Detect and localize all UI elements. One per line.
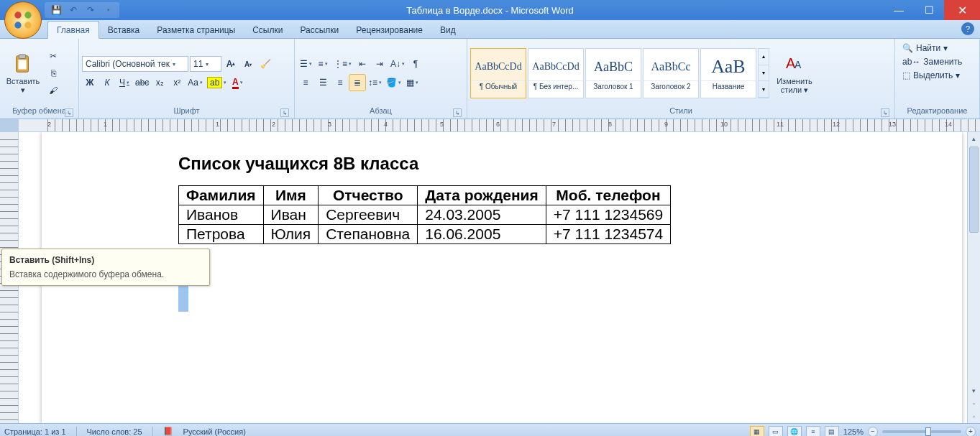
shrink-font-icon[interactable]: A▾ bbox=[240, 56, 256, 72]
prev-page-icon[interactable]: ◦ bbox=[968, 397, 980, 410]
underline-button[interactable]: Ч bbox=[116, 75, 132, 91]
minimize-button[interactable]: — bbox=[884, 0, 914, 20]
scroll-down-icon[interactable]: ▾ bbox=[968, 384, 980, 397]
table-cell: Петрова bbox=[179, 225, 264, 244]
view-outline-icon[interactable]: ≡ bbox=[806, 426, 820, 437]
show-marks-icon[interactable]: ¶ bbox=[408, 56, 423, 72]
help-icon[interactable]: ? bbox=[961, 22, 974, 35]
tab-mailings[interactable]: Рассылки bbox=[291, 22, 347, 38]
subscript-button[interactable]: x₂ bbox=[152, 75, 168, 91]
clipboard-launcher-icon[interactable]: ↳ bbox=[65, 108, 73, 117]
multilevel-list-icon[interactable]: ⋮≡ bbox=[332, 56, 353, 72]
tab-references[interactable]: Ссылки bbox=[244, 22, 291, 38]
style-expand-icon[interactable]: ▾ bbox=[759, 81, 769, 98]
cut-icon[interactable]: ✂ bbox=[45, 48, 61, 64]
status-word-count[interactable]: Число слов: 25 bbox=[87, 427, 142, 436]
paste-button[interactable]: Вставить ▾ bbox=[3, 41, 43, 106]
bullets-icon[interactable]: ☰ bbox=[298, 56, 313, 72]
svg-rect-6 bbox=[18, 60, 26, 69]
style-no-spacing[interactable]: AaBbCcDd¶ Без интер... bbox=[528, 48, 584, 98]
horizontal-ruler[interactable]: 211234567891011121314151617 bbox=[19, 119, 980, 132]
select-button[interactable]: ⬚Выделить ▾ bbox=[901, 70, 963, 81]
find-button[interactable]: 🔍Найти ▾ bbox=[901, 42, 963, 54]
justify-icon[interactable]: ≣ bbox=[349, 75, 365, 91]
style-name-label: Заголовок 1 bbox=[586, 80, 641, 92]
style-scroll-up-icon[interactable]: ▴ bbox=[759, 49, 769, 65]
italic-button[interactable]: К bbox=[99, 75, 115, 91]
redo-icon[interactable]: ↷ bbox=[83, 4, 98, 17]
spellcheck-icon[interactable]: 📕 bbox=[163, 427, 173, 436]
increase-indent-icon[interactable]: ⇥ bbox=[372, 56, 388, 72]
font-launcher-icon[interactable]: ↳ bbox=[280, 108, 289, 117]
zoom-slider[interactable] bbox=[882, 430, 961, 433]
status-page[interactable]: Страница: 1 из 1 bbox=[4, 427, 66, 436]
styles-launcher-icon[interactable]: ↳ bbox=[881, 108, 889, 117]
style-preview: АаВ bbox=[711, 53, 745, 80]
zoom-slider-knob[interactable] bbox=[925, 427, 931, 436]
view-print-layout-icon[interactable]: ▦ bbox=[750, 426, 764, 437]
align-right-icon[interactable]: ≡ bbox=[332, 75, 348, 91]
maximize-button[interactable]: ☐ bbox=[914, 0, 944, 20]
ribbon-tabs: Главная Вставка Разметка страницы Ссылки… bbox=[0, 20, 980, 39]
sort-icon[interactable]: A↓ bbox=[389, 56, 406, 72]
decrease-indent-icon[interactable]: ⇤ bbox=[354, 56, 370, 72]
view-web-icon[interactable]: 🌐 bbox=[787, 426, 802, 437]
bold-button[interactable]: Ж bbox=[82, 75, 98, 91]
zoom-out-icon[interactable]: − bbox=[868, 427, 878, 437]
window-controls: — ☐ ✕ bbox=[884, 0, 980, 20]
view-full-screen-icon[interactable]: ▭ bbox=[769, 426, 783, 437]
superscript-button[interactable]: x² bbox=[169, 75, 185, 91]
borders-icon[interactable]: ▦ bbox=[404, 75, 420, 91]
style-gallery: AaBbCcDd¶ Обычный AaBbCcDd¶ Без интер...… bbox=[470, 48, 769, 98]
table-cell: +7 111 1234569 bbox=[546, 205, 670, 225]
tooltip-body: Вставка содержимого буфера обмена. bbox=[9, 269, 202, 279]
qat-customize-icon[interactable] bbox=[101, 4, 115, 17]
align-left-icon[interactable]: ≡ bbox=[298, 75, 313, 91]
highlight-color-icon[interactable]: ab bbox=[206, 75, 228, 91]
tab-view[interactable]: Вид bbox=[431, 22, 464, 38]
style-heading1[interactable]: AaBbCЗаголовок 1 bbox=[585, 48, 641, 98]
table-cell: Степановна bbox=[319, 225, 418, 244]
clear-format-icon[interactable]: 🧹 bbox=[257, 56, 273, 72]
copy-icon[interactable]: ⎘ bbox=[45, 65, 61, 81]
change-styles-button[interactable]: AA Изменить стили ▾ bbox=[771, 51, 818, 96]
paragraph-launcher-icon[interactable]: ↳ bbox=[453, 108, 462, 117]
font-color-icon[interactable]: A bbox=[229, 75, 245, 91]
numbering-icon[interactable]: ≡ bbox=[315, 56, 331, 72]
paste-label: Вставить bbox=[6, 77, 40, 85]
group-font: Calibri (Основной тек▾ 11▾ A▴ A▾ 🧹 Ж К Ч… bbox=[79, 39, 295, 119]
strikethrough-button[interactable]: abc bbox=[134, 75, 150, 91]
font-name-combo[interactable]: Calibri (Основной тек▾ bbox=[82, 56, 188, 72]
tab-home[interactable]: Главная bbox=[47, 21, 99, 39]
style-normal[interactable]: AaBbCcDd¶ Обычный bbox=[470, 48, 526, 98]
tab-insert[interactable]: Вставка bbox=[99, 22, 149, 38]
next-page-icon[interactable]: ◦ bbox=[968, 410, 980, 423]
style-heading2[interactable]: AaBbCcЗаголовок 2 bbox=[643, 48, 699, 98]
view-draft-icon[interactable]: ▤ bbox=[825, 426, 839, 437]
status-language[interactable]: Русский (Россия) bbox=[183, 427, 246, 436]
shading-icon[interactable]: 🪣 bbox=[385, 75, 403, 91]
style-title[interactable]: АаВНазвание bbox=[700, 48, 756, 98]
tab-page-layout[interactable]: Разметка страницы bbox=[148, 22, 244, 38]
scroll-thumb[interactable] bbox=[969, 147, 979, 233]
style-name-label: Заголовок 2 bbox=[644, 80, 698, 92]
find-label: Найти bbox=[916, 43, 940, 53]
line-spacing-icon[interactable]: ↕≡ bbox=[367, 75, 383, 91]
align-center-icon[interactable]: ☰ bbox=[315, 75, 331, 91]
font-size-combo[interactable]: 11▾ bbox=[190, 56, 221, 72]
zoom-in-icon[interactable]: + bbox=[966, 427, 976, 437]
scroll-up-icon[interactable]: ▴ bbox=[968, 132, 980, 145]
change-case-button[interactable]: Aa bbox=[186, 75, 204, 91]
undo-icon[interactable]: ↶ bbox=[66, 4, 81, 17]
table-header: Фамилия bbox=[179, 186, 264, 205]
style-name-label: ¶ Обычный bbox=[471, 80, 526, 92]
office-button[interactable] bbox=[4, 1, 42, 39]
grow-font-icon[interactable]: A▴ bbox=[223, 56, 239, 72]
style-scroll-down-icon[interactable]: ▾ bbox=[759, 65, 769, 82]
tab-review[interactable]: Рецензирование bbox=[347, 22, 431, 38]
close-button[interactable]: ✕ bbox=[944, 0, 980, 20]
replace-button[interactable]: ab↔Заменить bbox=[901, 56, 963, 68]
format-painter-icon[interactable]: 🖌 bbox=[45, 83, 61, 98]
save-icon[interactable]: 💾 bbox=[49, 4, 63, 17]
zoom-value[interactable]: 125% bbox=[843, 427, 864, 436]
